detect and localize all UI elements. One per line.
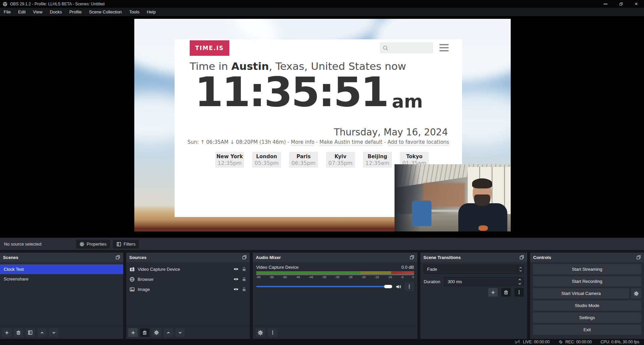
volume-slider[interactable] — [256, 285, 392, 288]
city-tile: Kyiv07:35pm — [326, 152, 355, 168]
chevron-down-icon[interactable] — [518, 283, 521, 285]
audio-mixer-header: Audio Mixer — [253, 253, 417, 262]
restore-icon — [619, 2, 623, 6]
source-list: Video Capture Device Browser Image — [126, 262, 250, 294]
popout-icon[interactable] — [116, 255, 120, 260]
timeis-sun-line: Sun: ↑ 06:35AM ↓ 08:20PM (13h 46m) - Mor… — [175, 139, 462, 145]
scene-filters-button[interactable] — [26, 328, 35, 337]
volume-slider-row — [256, 282, 414, 291]
start-recording-button[interactable]: Start Recording — [533, 276, 641, 287]
city-time: 12:35am — [363, 160, 392, 167]
gear-icon — [634, 291, 639, 296]
source-item-browser[interactable]: Browser — [126, 274, 250, 284]
scene-up-button[interactable] — [37, 328, 47, 337]
unlock-icon[interactable] — [242, 267, 246, 271]
unlock-icon[interactable] — [242, 277, 246, 282]
menu-help[interactable]: Help — [143, 8, 159, 16]
properties-label: Properties — [87, 242, 106, 247]
virtual-camera-settings-button[interactable] — [631, 288, 641, 299]
meter-bar-left — [256, 271, 414, 272]
status-bar: LIVE: 00:00:00 REC: 00:00:00 CPU: 0.6%, … — [0, 339, 644, 345]
filters-button[interactable]: Filters — [113, 240, 139, 249]
chevron-up-icon — [519, 266, 522, 269]
menu-scene-collection[interactable]: Scene Collection — [85, 8, 126, 16]
webcam-blue-chair — [412, 201, 431, 226]
popout-icon[interactable] — [410, 255, 414, 260]
menu-tools[interactable]: Tools — [126, 8, 143, 16]
tick-label: -40 — [309, 275, 313, 279]
chevron-up-icon[interactable] — [518, 278, 521, 281]
minimize-button[interactable] — [598, 0, 613, 8]
eye-visible-icon[interactable] — [233, 287, 239, 292]
start-streaming-button[interactable]: Start Streaming — [533, 264, 641, 274]
menu-docks[interactable]: Docks — [46, 8, 65, 16]
scene-item-clock-test[interactable]: Clock Test — [0, 264, 123, 274]
gear-icon — [80, 242, 84, 247]
transition-select-spinner[interactable] — [517, 265, 523, 273]
remove-source-button[interactable] — [140, 328, 149, 337]
popout-icon[interactable] — [242, 255, 247, 260]
remove-scene-button[interactable] — [14, 328, 23, 337]
scenes-panel-title: Scenes — [3, 255, 18, 260]
duration-label: Duration — [424, 279, 440, 284]
unlock-icon[interactable] — [242, 287, 246, 292]
menu-view[interactable]: View — [29, 8, 46, 16]
gear-icon — [154, 330, 159, 335]
mixer-menu-button[interactable] — [268, 328, 277, 337]
transition-properties-button[interactable] — [514, 288, 524, 297]
transition-select[interactable]: Fade — [424, 265, 524, 274]
menu-edit[interactable]: Edit — [14, 8, 29, 16]
duration-spinbox[interactable]: 300 ms — [444, 277, 524, 286]
scenes-panel: Scenes Clock Test Screenshare — [0, 253, 123, 339]
speaker-icon[interactable] — [396, 284, 401, 290]
add-scene-button[interactable] — [2, 328, 11, 337]
mixer-toolbar — [253, 326, 417, 339]
trash-icon — [504, 290, 508, 295]
program-preview-canvas[interactable]: TIME.IS Time in Austin, Texas, United St… — [134, 19, 511, 231]
add-source-button[interactable] — [128, 328, 138, 337]
restore-button[interactable] — [613, 0, 629, 8]
menu-profile[interactable]: Profile — [65, 8, 85, 16]
studio-mode-button[interactable]: Studio Mode — [533, 300, 641, 311]
transitions-title: Scene Transitions — [423, 255, 461, 260]
properties-button[interactable]: Properties — [76, 240, 110, 249]
menu-file[interactable]: File — [0, 8, 14, 16]
menu-bar: File Edit View Docks Profile Scene Colle… — [0, 8, 644, 16]
settings-button[interactable]: Settings — [533, 312, 641, 323]
start-virtual-camera-button[interactable]: Start Virtual Camera — [533, 288, 629, 299]
exit-button[interactable]: Exit — [533, 325, 641, 335]
advanced-audio-button[interactable] — [256, 328, 265, 337]
source-status-text: No source selected — [4, 242, 41, 247]
city-time: 07:35pm — [326, 160, 355, 167]
scene-down-button[interactable] — [49, 328, 58, 337]
source-properties-button[interactable] — [152, 328, 161, 337]
source-up-button[interactable] — [164, 328, 173, 337]
record-inactive-icon — [558, 340, 563, 344]
tick-label: 0 — [412, 275, 414, 279]
cpu-status: CPU: 0.6%, 30.00 fps — [601, 340, 639, 344]
scene-item-screenshare[interactable]: Screenshare — [0, 274, 123, 284]
add-transition-button[interactable] — [488, 288, 498, 297]
source-label: Video Capture Device — [138, 267, 180, 272]
plus-icon — [131, 331, 135, 335]
volume-slider-handle[interactable] — [384, 285, 392, 288]
eye-visible-icon[interactable] — [233, 266, 239, 272]
remove-transition-button[interactable] — [501, 288, 511, 297]
person-hair — [472, 178, 492, 188]
timeis-clock: 11:35:51 am — [195, 72, 423, 113]
controls-header: Controls — [530, 253, 644, 262]
source-down-button[interactable] — [175, 328, 185, 337]
eye-visible-icon[interactable] — [233, 276, 239, 282]
popout-icon[interactable] — [519, 255, 524, 260]
title-bar: OBS 29.1.2 - Profile: LLHLS BETA - Scene… — [0, 0, 644, 8]
source-item-image[interactable]: Image — [126, 284, 250, 294]
dots-menu-icon — [407, 284, 412, 289]
tick-label: -10 — [388, 275, 392, 279]
mixer-channel-menu-button[interactable] — [405, 282, 414, 291]
source-item-video-capture[interactable]: Video Capture Device — [126, 264, 250, 274]
window-title: OBS 29.1.2 - Profile: LLHLS BETA - Scene… — [10, 2, 104, 6]
popout-icon[interactable] — [636, 255, 641, 260]
close-button[interactable]: × — [629, 0, 644, 8]
scene-list: Clock Test Screenshare — [0, 262, 123, 284]
clock-time: 11:35:51 — [195, 72, 388, 113]
